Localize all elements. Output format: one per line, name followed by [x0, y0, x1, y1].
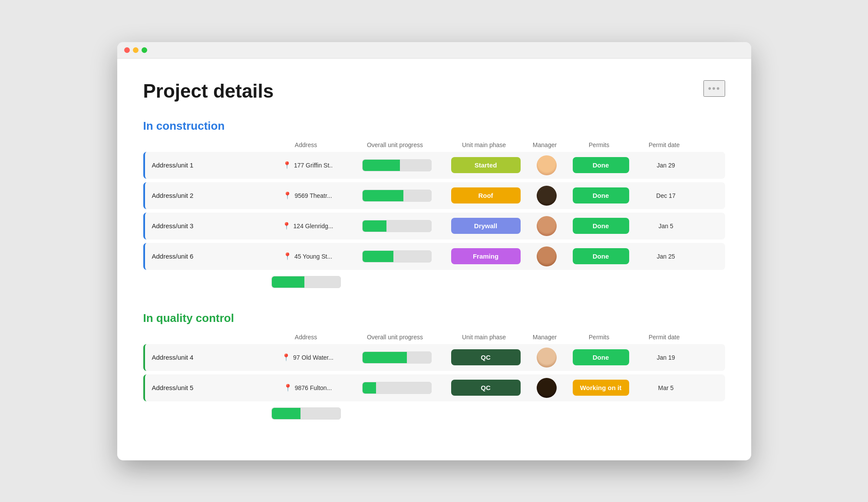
pin-icon: 📍 — [283, 191, 292, 200]
maximize-button[interactable] — [142, 47, 147, 53]
permit-date-cell: Mar 5 — [636, 384, 696, 391]
address-cell: 📍97 Old Water... — [267, 353, 349, 361]
summary-progress-fill — [272, 276, 305, 288]
address-text: 97 Old Water... — [293, 354, 333, 361]
progress-bar-inner — [363, 160, 400, 171]
phase-badge: QC — [451, 349, 521, 365]
progress-bar-outer — [362, 159, 432, 171]
table-row: Address/unit 3📍124 Glenridg...DrywallDon… — [143, 213, 725, 240]
close-button[interactable] — [124, 47, 130, 53]
progress-bar-outer — [362, 220, 432, 232]
avatar — [537, 246, 557, 266]
more-options-button[interactable]: ••• — [703, 80, 725, 97]
title-bar — [117, 42, 751, 59]
summary-row — [265, 405, 725, 421]
progress-bar-inner — [363, 190, 404, 201]
col-header-4: Manager — [525, 141, 564, 148]
section-quality: In quality controlAddressOverall unit pr… — [143, 312, 725, 421]
avatar — [537, 216, 557, 236]
col-header-6: Permit date — [634, 334, 695, 341]
progress-cell — [349, 220, 445, 232]
table-quality: AddressOverall unit progressUnit main ph… — [143, 334, 725, 421]
unit-name-cell: Address/unit 1 — [145, 161, 267, 169]
permits-cell: Done — [566, 248, 636, 264]
minimize-button[interactable] — [133, 47, 139, 53]
col-header-7 — [695, 334, 712, 341]
col-header-2: Overall unit progress — [347, 141, 443, 148]
permit-badge: Working on it — [573, 380, 629, 396]
col-header-0 — [143, 141, 265, 148]
avatar — [537, 378, 557, 398]
address-cell: 📍45 Young St... — [267, 252, 349, 260]
section-title-quality: In quality control — [143, 312, 725, 325]
col-header-4: Manager — [525, 334, 564, 341]
col-header-1: Address — [265, 334, 347, 341]
col-header-3: Unit main phase — [443, 334, 525, 341]
phase-cell: Drywall — [445, 218, 527, 234]
permit-badge: Done — [573, 248, 629, 264]
avatar — [537, 155, 557, 175]
table-header-construction: AddressOverall unit progressUnit main ph… — [143, 141, 725, 152]
col-header-5: Permits — [564, 334, 634, 341]
progress-bar-outer — [362, 382, 432, 394]
avatar — [537, 348, 557, 367]
table-row: Address/unit 1📍177 Griffin St..StartedDo… — [143, 152, 725, 179]
permit-badge: Done — [573, 218, 629, 234]
manager-cell — [527, 186, 566, 206]
phase-cell: Started — [445, 157, 527, 173]
col-header-5: Permits — [564, 141, 634, 148]
traffic-lights — [124, 47, 147, 53]
summary-row — [265, 273, 725, 290]
permit-date-cell: Jan 19 — [636, 354, 696, 361]
pin-icon: 📍 — [283, 252, 292, 260]
unit-name-cell: Address/unit 6 — [145, 253, 267, 260]
page-header: Project details ••• — [143, 80, 725, 102]
permit-date-cell: Jan 25 — [636, 253, 696, 260]
permit-date-cell: Dec 17 — [636, 192, 696, 199]
permits-cell: Done — [566, 349, 636, 365]
permits-cell: Done — [566, 157, 636, 173]
summary-progress-fill — [272, 408, 300, 419]
section-construction: In constructionAddressOverall unit progr… — [143, 119, 725, 290]
progress-cell — [349, 190, 445, 202]
progress-cell — [349, 250, 445, 262]
summary-progress-bar — [271, 276, 341, 288]
pin-icon: 📍 — [282, 222, 291, 230]
permit-badge: Done — [573, 349, 629, 365]
address-text: 9876 Fulton... — [295, 384, 332, 391]
table-row: Address/unit 2📍9569 Theatr...RoofDoneDec… — [143, 182, 725, 209]
permit-date-cell: Jan 5 — [636, 223, 696, 230]
progress-bar-outer — [362, 250, 432, 262]
col-header-0 — [143, 334, 265, 341]
sections-container: In constructionAddressOverall unit progr… — [143, 119, 725, 421]
address-cell: 📍9876 Fulton... — [267, 384, 349, 392]
col-header-1: Address — [265, 141, 347, 148]
permit-date-cell: Jan 29 — [636, 162, 696, 169]
progress-bar-inner — [363, 382, 376, 394]
section-title-construction: In construction — [143, 119, 725, 133]
permits-cell: Working on it — [566, 380, 636, 396]
phase-badge: Started — [451, 157, 521, 173]
manager-cell — [527, 246, 566, 266]
progress-bar-outer — [362, 351, 432, 364]
progress-bar-outer — [362, 190, 432, 202]
main-content: Project details ••• In constructionAddre… — [117, 59, 751, 460]
unit-name-cell: Address/unit 4 — [145, 354, 267, 361]
avatar — [537, 186, 557, 206]
table-row: Address/unit 6📍45 Young St...FramingDone… — [143, 243, 725, 270]
col-header-3: Unit main phase — [443, 141, 525, 148]
address-text: 45 Young St... — [294, 253, 332, 260]
manager-cell — [527, 216, 566, 236]
phase-cell: QC — [445, 349, 527, 365]
phase-cell: QC — [445, 380, 527, 396]
phase-badge: Drywall — [451, 218, 521, 234]
phase-badge: Roof — [451, 187, 521, 203]
address-cell: 📍9569 Theatr... — [267, 191, 349, 200]
address-cell: 📍177 Griffin St.. — [267, 161, 349, 169]
progress-cell — [349, 159, 445, 171]
pin-icon: 📍 — [282, 353, 290, 361]
progress-cell — [349, 382, 445, 394]
permit-badge: Done — [573, 187, 629, 203]
phase-cell: Framing — [445, 248, 527, 264]
manager-cell — [527, 155, 566, 175]
